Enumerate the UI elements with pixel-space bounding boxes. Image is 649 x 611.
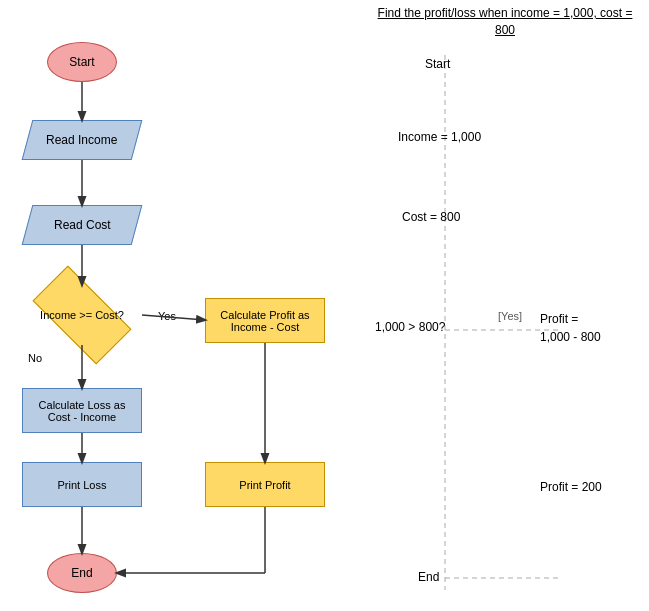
decision-shape: Income >= Cost? xyxy=(22,285,142,345)
trace-yes-bracket: [Yes] xyxy=(498,310,522,322)
calc-profit-label: Calculate Profit as Income - Cost xyxy=(210,309,320,333)
print-loss-shape: Print Loss xyxy=(22,462,142,507)
trace-svg xyxy=(360,0,649,611)
end-label: End xyxy=(71,566,92,580)
start-shape: Start xyxy=(47,42,117,82)
trace-profit-result: Profit = 200 xyxy=(540,480,602,494)
calc-loss-shape: Calculate Loss as Cost - Income xyxy=(22,388,142,433)
trace-end: End xyxy=(418,570,439,584)
calc-loss-label: Calculate Loss as Cost - Income xyxy=(27,399,137,423)
trace-start: Start xyxy=(425,57,450,71)
no-label: No xyxy=(28,352,42,364)
yes-label: Yes xyxy=(158,310,176,322)
print-loss-label: Print Loss xyxy=(58,479,107,491)
trace-profit-calc: Profit =1,000 - 800 xyxy=(540,310,601,346)
trace-condition: 1,000 > 800? xyxy=(375,320,445,334)
decision-label: Income >= Cost? xyxy=(22,285,142,345)
trace-cost: Cost = 800 xyxy=(402,210,460,224)
read-income-label: Read Income xyxy=(46,133,117,147)
print-profit-shape: Print Profit xyxy=(205,462,325,507)
print-profit-label: Print Profit xyxy=(239,479,290,491)
trace-income: Income = 1,000 xyxy=(398,130,481,144)
read-cost-label: Read Cost xyxy=(54,218,111,232)
read-income-shape: Read Income xyxy=(22,120,143,160)
trace-end-svg xyxy=(360,0,649,611)
calc-profit-shape: Calculate Profit as Income - Cost xyxy=(205,298,325,343)
read-cost-shape: Read Cost xyxy=(22,205,143,245)
trace-title: Find the profit/loss when income = 1,000… xyxy=(375,5,635,39)
end-shape: End xyxy=(47,553,117,593)
start-label: Start xyxy=(69,55,94,69)
